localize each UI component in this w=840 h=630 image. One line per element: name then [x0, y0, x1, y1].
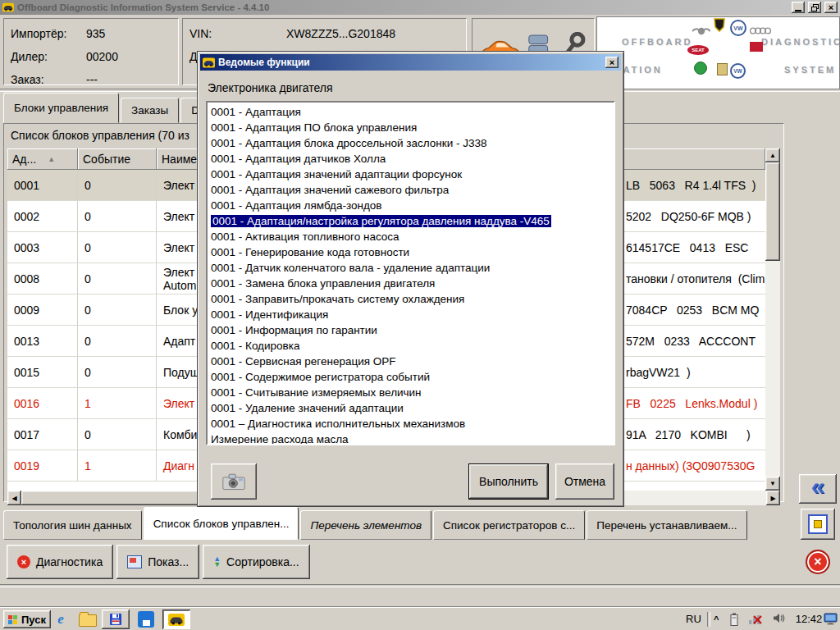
function-list-item[interactable]: 0001 - Адаптация датчиков Холла: [209, 151, 614, 167]
header-field-row: Дилер: 00200: [4, 45, 178, 68]
abort-button[interactable]: ×: [801, 546, 835, 578]
odis-taskbar-button[interactable]: [162, 609, 190, 629]
view-tab[interactable]: Топология шин данных: [3, 510, 142, 540]
screenshot-button[interactable]: [211, 463, 257, 500]
field-label: Импортёр:: [11, 27, 86, 40]
red-cross-icon: ×: [806, 550, 830, 574]
diagnostics-button[interactable]: × Диагностика: [7, 545, 113, 579]
highlight-tool-button[interactable]: [801, 509, 835, 540]
speaker-icon[interactable]: [773, 613, 785, 623]
cell-address: 0019: [7, 450, 78, 481]
field-label: VIN:: [189, 27, 286, 40]
function-list-item[interactable]: 0001 - Датчик коленчатого вала - удалени…: [209, 260, 614, 276]
function-list-item[interactable]: 0001 - Адаптация значений адаптации форс…: [209, 167, 614, 182]
logo-word-diagnostic: DIAGNOSTIC: [761, 37, 840, 47]
cell-event: 1: [78, 388, 157, 418]
function-list-item[interactable]: 0001 - Удаление значений адаптации: [209, 400, 614, 416]
main-tab[interactable]: Блоки управления: [3, 93, 119, 123]
function-list-item[interactable]: 0001 - Адаптация блока дроссельной засло…: [209, 135, 614, 151]
restore-button[interactable]: [808, 2, 821, 13]
function-list-item[interactable]: 0001 - Информация по гарантии: [209, 322, 614, 338]
lamborghini-logo: [714, 18, 725, 32]
monitor-tray-icon[interactable]: [824, 613, 838, 625]
language-indicator[interactable]: RU: [686, 613, 701, 625]
function-list-item[interactable]: 0001 - Сервисная регенерация OPF: [209, 354, 614, 369]
function-list-item[interactable]: 0001 - Заправить/прокачать систему охлаж…: [209, 291, 614, 307]
dialog-close-button[interactable]: ×: [605, 57, 619, 68]
function-list-item[interactable]: 0001 - Считывание измеряемых величин: [209, 385, 614, 400]
battery-icon[interactable]: [730, 613, 738, 626]
display-button[interactable]: Показ...: [116, 545, 199, 579]
scroll-right-button[interactable]: ▶: [766, 491, 780, 505]
view-tab-label: Топология шин данных: [13, 519, 132, 532]
tray-separator: [707, 612, 710, 627]
execute-button[interactable]: Выполнить: [468, 463, 549, 500]
marker-square-icon: [808, 514, 828, 534]
internet-explorer-icon[interactable]: e: [52, 611, 69, 628]
vw-logo: VW: [730, 20, 746, 36]
dialog-subtitle: Электроника двигателя: [208, 81, 333, 94]
function-list-item[interactable]: 0001 - Активация топливного насоса: [209, 229, 614, 244]
audi-rings-logo: [750, 27, 771, 34]
sort-ascending-icon: ▲: [48, 155, 55, 163]
main-tab-label: Блоки управления: [14, 102, 108, 114]
functions-listbox[interactable]: 0001 - Адаптация 0001 - Адаптация ПО бло…: [206, 101, 615, 445]
window-titlebar[interactable]: Offboard Diagnostic Information System S…: [0, 0, 840, 15]
scroll-down-button[interactable]: ▼: [765, 477, 780, 491]
dialog-titlebar[interactable]: Ведомые функции ×: [200, 54, 621, 71]
function-list-item[interactable]: 0001 - Адаптация/настройка регулятора да…: [209, 213, 614, 229]
function-list-item[interactable]: Измерение расхода масла: [209, 431, 614, 445]
cell-event: 1: [78, 450, 157, 481]
function-list-item[interactable]: 0001 - Замена блока управления двигателя: [209, 276, 614, 291]
network-disconnected-icon[interactable]: [748, 613, 763, 625]
view-tab[interactable]: Перечень устанавливаем...: [587, 510, 746, 540]
skoda-logo: [694, 62, 707, 75]
taskbar-clock[interactable]: 12:42: [792, 613, 825, 625]
header-field-row: Импортёр: 935: [4, 22, 178, 45]
view-tab-label: Перечень устанавливаем...: [596, 519, 737, 532]
dialog-title: Ведомые функции: [218, 57, 602, 68]
cell-event: 0: [78, 232, 157, 262]
cell-event: 0: [78, 419, 157, 450]
function-list-item[interactable]: 0001 - Кодировка: [209, 338, 614, 354]
vertical-scrollbar[interactable]: ▲ ▼: [765, 148, 780, 491]
function-list-item[interactable]: 0001 - Адаптация ПО блока управления: [209, 120, 614, 135]
scroll-up-button[interactable]: ▲: [765, 148, 780, 162]
start-button[interactable]: Пуск: [3, 610, 51, 628]
cell-name-right-fragment: 7084CP 0253 BCM MQ: [626, 304, 759, 317]
sort-button[interactable]: ▲▼ Сортировка...: [203, 545, 309, 579]
cell-name-right-fragment: 5202 DQ250-6F MQB ): [626, 210, 751, 223]
cell-address: 0016: [7, 388, 78, 418]
scroll-left-button[interactable]: ◀: [7, 491, 21, 505]
function-list-item[interactable]: 0001 – Диагностика исполнительных механи…: [209, 416, 614, 431]
vertical-scroll-thumb[interactable]: [765, 162, 780, 261]
column-header-event[interactable]: Событие: [78, 148, 157, 170]
tray-expand-icon[interactable]: ^: [714, 614, 719, 624]
collapse-panel-button[interactable]: «: [799, 474, 837, 504]
function-list-item[interactable]: 0001 - Адаптация лямбда-зондов: [209, 198, 614, 213]
function-list-item[interactable]: 0001 - Содержимое регистратора событий: [209, 369, 614, 385]
odis-app-icon: [2, 2, 14, 12]
cancel-button[interactable]: Отмена: [555, 463, 614, 500]
folder-icon[interactable]: [79, 614, 97, 627]
save-app-taskbar-button[interactable]: [102, 609, 130, 629]
view-tab[interactable]: Список регистраторов с...: [433, 510, 585, 540]
function-list-item[interactable]: 0001 - Идентификация: [209, 307, 614, 322]
minimize-icon: [795, 10, 801, 11]
function-list-item[interactable]: 0001 - Адаптация: [209, 104, 614, 120]
blue-app-icon[interactable]: [138, 611, 154, 628]
view-tab[interactable]: Список блоков управлен...: [144, 507, 299, 540]
double-chevron-left-icon: «: [811, 482, 825, 491]
view-tab[interactable]: Перечень элементов: [300, 510, 431, 540]
minimize-button[interactable]: [792, 2, 805, 13]
field-value: XW8ZZZ5...G201848: [286, 27, 395, 40]
cell-address: 0009: [7, 294, 78, 325]
camera-icon: [221, 472, 246, 491]
function-list-item[interactable]: 0001 - Генерирование кода готовности: [209, 244, 614, 260]
close-button[interactable]: ×: [824, 2, 838, 13]
cell-address: 0001: [7, 170, 78, 200]
cell-event: 0: [78, 326, 157, 356]
function-list-item[interactable]: 0001 - Адаптация значений сажевого фильт…: [209, 182, 614, 198]
column-header-address[interactable]: Ад... ▲: [7, 148, 78, 170]
main-tab[interactable]: Заказы: [121, 98, 179, 123]
